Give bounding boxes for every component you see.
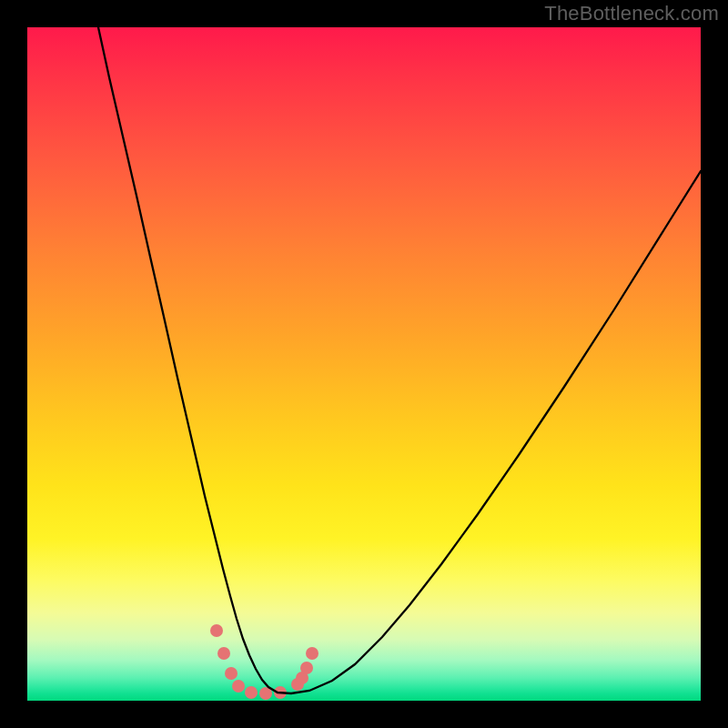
curve-marker xyxy=(300,662,313,674)
curve-marker xyxy=(210,624,223,637)
curve-marker xyxy=(306,647,318,660)
markers-group xyxy=(210,624,318,700)
curve-marker xyxy=(225,667,238,680)
plot-area xyxy=(27,27,701,701)
curve-svg xyxy=(27,27,701,701)
curve-marker xyxy=(217,647,230,660)
chart-frame: TheBottleneck.com xyxy=(0,0,728,728)
curve-marker xyxy=(232,680,245,693)
watermark-text: TheBottleneck.com xyxy=(544,2,719,25)
bottleneck-curve xyxy=(98,27,701,693)
curve-marker xyxy=(245,686,258,699)
